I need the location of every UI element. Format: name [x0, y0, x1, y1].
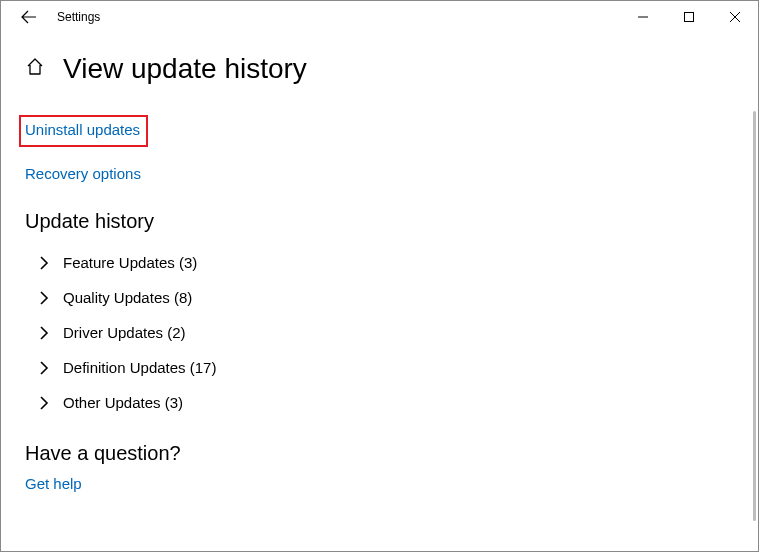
chevron-right-icon — [39, 256, 49, 270]
maximize-button[interactable] — [666, 1, 712, 33]
get-help-link[interactable]: Get help — [25, 475, 82, 492]
category-label: Quality Updates (8) — [63, 289, 192, 306]
update-history-heading: Update history — [25, 210, 734, 233]
have-a-question-heading: Have a question? — [25, 442, 734, 465]
category-driver-updates[interactable]: Driver Updates (2) — [39, 315, 734, 350]
close-button[interactable] — [712, 1, 758, 33]
chevron-right-icon — [39, 361, 49, 375]
home-icon — [25, 57, 45, 77]
page-title: View update history — [63, 53, 307, 85]
window-controls — [620, 1, 758, 33]
recovery-options-link[interactable]: Recovery options — [25, 165, 141, 182]
category-label: Definition Updates (17) — [63, 359, 216, 376]
window-title: Settings — [57, 10, 100, 24]
uninstall-updates-link[interactable]: Uninstall updates — [25, 121, 140, 138]
category-label: Feature Updates (3) — [63, 254, 197, 271]
arrow-left-icon — [21, 9, 37, 25]
minimize-button[interactable] — [620, 1, 666, 33]
category-definition-updates[interactable]: Definition Updates (17) — [39, 350, 734, 385]
content-area: View update history Uninstall updates Re… — [1, 33, 758, 551]
home-button[interactable] — [25, 57, 45, 81]
category-label: Driver Updates (2) — [63, 324, 186, 341]
category-quality-updates[interactable]: Quality Updates (8) — [39, 280, 734, 315]
close-icon — [730, 12, 740, 22]
category-feature-updates[interactable]: Feature Updates (3) — [39, 245, 734, 280]
uninstall-updates-highlight: Uninstall updates — [19, 115, 148, 147]
chevron-right-icon — [39, 396, 49, 410]
titlebar: Settings — [1, 1, 758, 33]
scrollbar[interactable] — [753, 111, 756, 521]
svg-rect-0 — [685, 13, 694, 22]
minimize-icon — [638, 12, 648, 22]
maximize-icon — [684, 12, 694, 22]
category-label: Other Updates (3) — [63, 394, 183, 411]
chevron-right-icon — [39, 291, 49, 305]
update-category-list: Feature Updates (3) Quality Updates (8) … — [25, 245, 734, 420]
back-button[interactable] — [9, 1, 49, 33]
chevron-right-icon — [39, 326, 49, 340]
page-header: View update history — [25, 53, 734, 85]
category-other-updates[interactable]: Other Updates (3) — [39, 385, 734, 420]
